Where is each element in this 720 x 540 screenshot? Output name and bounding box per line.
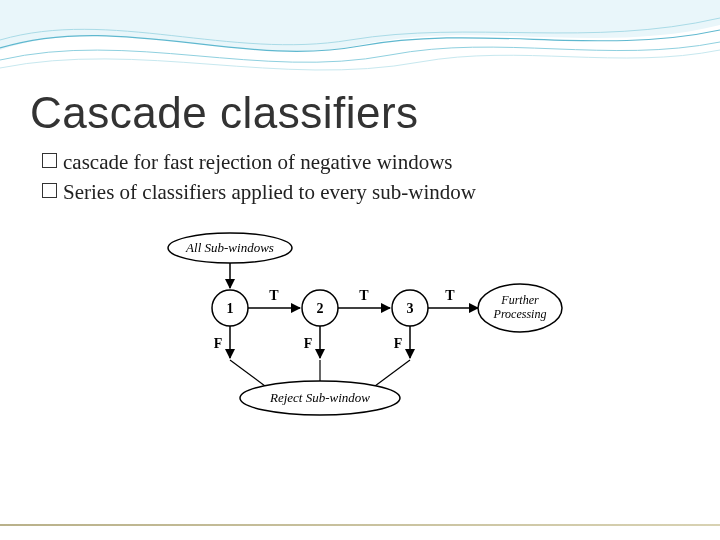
diagram-reject-label: Reject Sub-window [269,390,370,405]
svg-line-12 [230,360,265,386]
bullet-item: cascade for fast rejection of negative w… [42,148,476,176]
diagram-node-2: 2 [317,301,324,316]
bullet-square-icon [42,153,57,168]
diagram-fail-label: F [214,336,223,351]
slide: Cascade classifiers cascade for fast rej… [0,0,720,540]
bullet-list: cascade for fast rejection of negative w… [42,148,476,209]
diagram-fail-label: F [304,336,313,351]
diagram-fail-label: F [394,336,403,351]
diagram-input-label: All Sub-windows [185,240,274,255]
slide-title: Cascade classifiers [30,88,419,138]
footer-accent-line [0,524,720,526]
bullet-text: Series of classifiers applied to every s… [63,178,476,206]
bullet-square-icon [42,183,57,198]
diagram-node-1: 1 [227,301,234,316]
cascade-diagram: All Sub-windows 1 2 3 T T T Further Proc… [150,230,570,430]
diagram-pass-label: T [359,288,369,303]
diagram-output-label-l2: Processing [493,307,547,321]
svg-line-14 [375,360,410,386]
diagram-pass-label: T [269,288,279,303]
bullet-item: Series of classifiers applied to every s… [42,178,476,206]
diagram-output-label-l1: Further [500,293,539,307]
diagram-pass-label: T [445,288,455,303]
diagram-node-3: 3 [407,301,414,316]
bullet-text: cascade for fast rejection of negative w… [63,148,453,176]
header-wave-decoration [0,0,720,90]
